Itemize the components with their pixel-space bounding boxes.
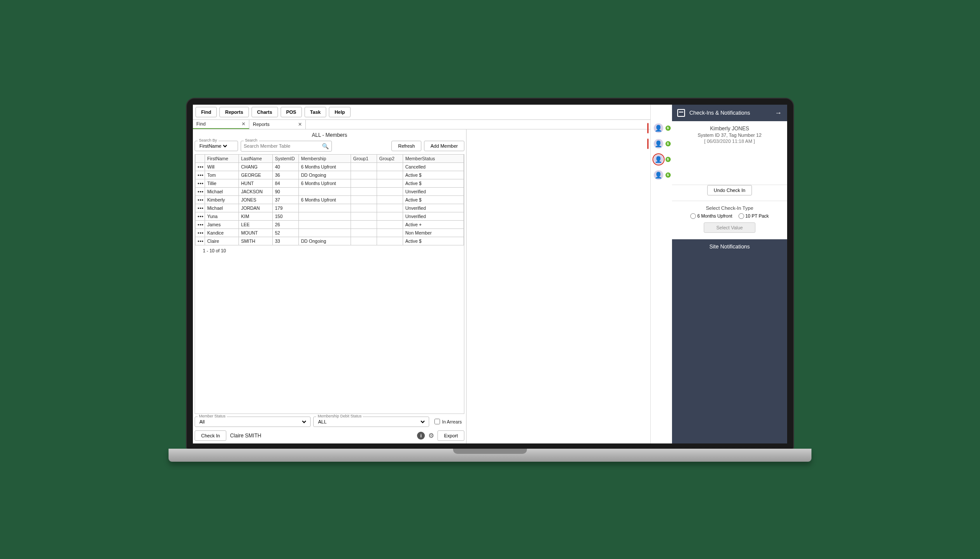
checkin-type-opt2[interactable]: 10 PT Pack xyxy=(738,213,769,219)
col-memberstatus[interactable]: MemberStatus xyxy=(403,154,464,162)
debit-status-select[interactable]: ALL xyxy=(316,419,426,425)
menu-find[interactable]: Find xyxy=(195,107,217,117)
refresh-button[interactable]: Refresh xyxy=(391,141,421,151)
table-row[interactable]: •••KandiceMOUNT52Non Member xyxy=(195,228,464,237)
status-bar xyxy=(647,123,649,133)
checkin-type-options: 6 Months Upfront 10 PT Pack xyxy=(677,213,782,219)
row-menu-icon[interactable]: ••• xyxy=(195,162,205,171)
dollar-badge-icon: $ xyxy=(665,126,671,131)
search-by-legend: Search By xyxy=(198,138,219,142)
menu-pos[interactable]: POS xyxy=(281,107,302,117)
cell-last: CHANG xyxy=(239,162,273,171)
checkin-type-radio-2[interactable] xyxy=(738,213,744,219)
close-icon[interactable]: ✕ xyxy=(298,122,302,127)
table-row[interactable]: •••WillCHANG406 Months UpfrontCancelled xyxy=(195,162,464,171)
info-icon[interactable]: i xyxy=(417,432,425,440)
table-row[interactable]: •••MichaelJORDAN179Unverified xyxy=(195,204,464,212)
menu-reports[interactable]: Reports xyxy=(219,107,249,117)
checkin-type-opt2-label: 10 PT Pack xyxy=(745,213,769,218)
cell-mem: DD Ongoing xyxy=(299,171,351,179)
row-menu-icon[interactable]: ••• xyxy=(195,204,205,212)
export-button[interactable]: Export xyxy=(437,430,464,441)
search-by-dropdown[interactable]: FirstName xyxy=(198,143,228,149)
col-lastname[interactable]: LastName xyxy=(239,154,273,162)
avatar-item[interactable]: 👤$ xyxy=(652,169,671,181)
in-arrears-input[interactable] xyxy=(434,419,440,424)
table-row[interactable]: •••ClaireSMITH33DD OngoingActive $ xyxy=(195,237,464,245)
row-menu-icon[interactable]: ••• xyxy=(195,195,205,204)
menu-charts[interactable]: Charts xyxy=(252,107,278,117)
calendar-icon xyxy=(677,109,685,117)
cell-last: JACKSON xyxy=(239,187,273,195)
checkin-type-radio-1[interactable] xyxy=(690,213,696,219)
sidebar-header: Check-Ins & Notifications → xyxy=(672,105,787,121)
cell-first: Tom xyxy=(205,171,239,179)
add-member-button[interactable]: Add Member xyxy=(424,141,464,151)
cell-first: Michael xyxy=(205,204,239,212)
cell-mem: 6 Months Upfront xyxy=(299,179,351,187)
members-table-container[interactable]: FirstNameLastNameSystemIDMembershipGroup… xyxy=(195,154,464,414)
avatar-item[interactable]: 👤$ xyxy=(652,138,671,150)
dollar-badge-icon: $ xyxy=(665,157,671,162)
row-menu-icon[interactable]: ••• xyxy=(195,171,205,179)
cell-mem: 6 Months Upfront xyxy=(299,195,351,204)
member-status-filter[interactable]: Member Status All xyxy=(195,417,311,427)
row-menu-icon[interactable]: ••• xyxy=(195,187,205,195)
table-row[interactable]: •••JamesLEE26Active + xyxy=(195,220,464,228)
row-menu-icon[interactable]: ••• xyxy=(195,212,205,220)
cell-sys: 26 xyxy=(273,220,299,228)
debit-status-filter[interactable]: Membership Debit Status ALL xyxy=(313,417,429,427)
search-by-select[interactable]: Search By FirstName xyxy=(195,141,238,151)
table-row[interactable]: •••TomGEORGE36DD OngoingActive $ xyxy=(195,171,464,179)
undo-checkin-button[interactable]: Undo Check In xyxy=(707,185,752,195)
col-membership[interactable]: Membership xyxy=(299,154,351,162)
menu-help[interactable]: Help xyxy=(329,107,351,117)
row-menu-icon[interactable]: ••• xyxy=(195,228,205,237)
menu-task[interactable]: Task xyxy=(305,107,326,117)
col-firstname[interactable]: FirstName xyxy=(205,154,239,162)
row-menu-icon[interactable]: ••• xyxy=(195,179,205,187)
row-menu-icon[interactable]: ••• xyxy=(195,220,205,228)
avatar-item[interactable]: 👤$ xyxy=(652,122,671,134)
table-row[interactable]: •••KimberlyJONES376 Months UpfrontActive… xyxy=(195,195,464,204)
avatar-item[interactable]: 👤$ xyxy=(652,153,671,165)
cell-last: GEORGE xyxy=(239,171,273,179)
search-field[interactable]: Search 🔍 xyxy=(241,141,332,152)
search-icon[interactable]: 🔍 xyxy=(322,143,329,149)
col-systemid[interactable]: SystemID xyxy=(273,154,299,162)
row-menu-icon[interactable]: ••• xyxy=(195,237,205,245)
gear-icon[interactable]: ⚙ xyxy=(428,432,434,440)
tab-label: Reports xyxy=(253,122,270,127)
cell-first: Michael xyxy=(205,187,239,195)
row-count: 1 - 10 of 10 xyxy=(195,245,464,256)
check-in-button[interactable]: Check In xyxy=(195,430,226,441)
cell-mem xyxy=(299,212,351,220)
search-input[interactable] xyxy=(244,143,322,149)
cell-sys: 90 xyxy=(273,187,299,195)
cell-sys: 52 xyxy=(273,228,299,237)
col-group1[interactable]: Group1 xyxy=(351,154,377,162)
checkin-type-opt1[interactable]: 6 Months Upfront xyxy=(690,213,732,219)
cell-last: MOUNT xyxy=(239,228,273,237)
close-icon[interactable]: ✕ xyxy=(242,121,245,127)
members-table: FirstNameLastNameSystemIDMembershipGroup… xyxy=(195,154,464,245)
member-status-select[interactable]: All xyxy=(198,419,308,425)
cell-status: Unverified xyxy=(403,204,464,212)
table-row[interactable]: •••MichaelJACKSON90Unverified xyxy=(195,187,464,195)
selected-member-name: Claire SMITH xyxy=(230,433,261,439)
cell-g2 xyxy=(377,212,403,220)
arrow-right-icon[interactable]: → xyxy=(775,109,782,117)
tab-find[interactable]: Find✕ xyxy=(193,120,249,129)
app-screen: FindReportsChartsPOSTaskHelp Find✕Report… xyxy=(193,105,787,443)
cell-g1 xyxy=(351,220,377,228)
cell-status: Non Member xyxy=(403,228,464,237)
table-row[interactable]: •••YunaKIM150Unverified xyxy=(195,212,464,220)
in-arrears-checkbox[interactable]: In Arrears xyxy=(432,419,464,424)
tab-reports[interactable]: Reports✕ xyxy=(249,120,306,129)
col-group2[interactable]: Group2 xyxy=(377,154,403,162)
cell-g2 xyxy=(377,228,403,237)
table-row[interactable]: •••TillieHUNT846 Months UpfrontActive $ xyxy=(195,179,464,187)
member-timestamp: [ 06/03/2020 11:18 AM ] xyxy=(677,139,782,144)
cell-sys: 40 xyxy=(273,162,299,171)
cell-sys: 179 xyxy=(273,204,299,212)
